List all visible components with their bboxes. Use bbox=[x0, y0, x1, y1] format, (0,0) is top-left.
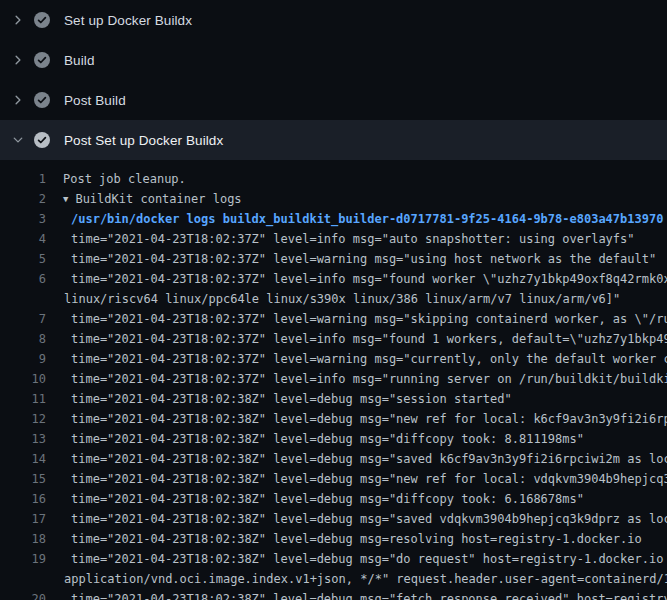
log-line-number[interactable]: 14 bbox=[0, 449, 46, 469]
log-command-text[interactable]: /usr/bin/docker logs buildx_buildkit_bui… bbox=[71, 209, 663, 229]
log-text: application/vnd.oci.image.index.v1+json,… bbox=[64, 569, 667, 589]
log-line: 14time="2021-04-23T18:02:38Z" level=debu… bbox=[0, 449, 667, 469]
log-line-continuation: linux/riscv64 linux/ppc64le linux/s390x … bbox=[0, 289, 667, 309]
chevron-right-icon[interactable] bbox=[12, 14, 24, 26]
log-text: time="2021-04-23T18:02:37Z" level=info m… bbox=[71, 269, 667, 289]
log-text: time="2021-04-23T18:02:37Z" level=warnin… bbox=[71, 249, 656, 269]
log-line-number[interactable]: 11 bbox=[0, 389, 46, 409]
check-circle-icon bbox=[34, 52, 50, 68]
log-line: 6time="2021-04-23T18:02:37Z" level=info … bbox=[0, 269, 667, 289]
log-line-number[interactable]: 9 bbox=[0, 349, 46, 369]
log-text: Post job cleanup. bbox=[63, 169, 186, 189]
log-line-number[interactable]: 18 bbox=[0, 529, 46, 549]
log-line: 4time="2021-04-23T18:02:37Z" level=info … bbox=[0, 229, 667, 249]
log-text: time="2021-04-23T18:02:38Z" level=debug … bbox=[71, 469, 667, 489]
log-text: ▼BuildKit container logs bbox=[63, 189, 242, 209]
log-text: time="2021-04-23T18:02:38Z" level=debug … bbox=[71, 429, 584, 449]
log-line-number bbox=[0, 289, 46, 309]
log-line: 20time="2021-04-23T18:02:38Z" level=debu… bbox=[0, 589, 667, 600]
log-line: 12time="2021-04-23T18:02:38Z" level=debu… bbox=[0, 409, 667, 429]
log-text: time="2021-04-23T18:02:37Z" level=warnin… bbox=[71, 309, 667, 329]
log-line: 15time="2021-04-23T18:02:38Z" level=debu… bbox=[0, 469, 667, 489]
check-circle-icon bbox=[34, 12, 50, 28]
log-line-number[interactable]: 1 bbox=[0, 169, 46, 189]
log-line-number[interactable]: 5 bbox=[0, 249, 46, 269]
check-circle-icon bbox=[34, 92, 50, 108]
chevron-right-icon[interactable] bbox=[12, 54, 24, 66]
log-text: time="2021-04-23T18:02:38Z" level=debug … bbox=[71, 589, 667, 600]
log-line-continuation: application/vnd.oci.image.index.v1+json,… bbox=[0, 569, 667, 589]
log-line-number[interactable]: 16 bbox=[0, 489, 46, 509]
log-line-number[interactable]: 19 bbox=[0, 549, 46, 569]
log-text: time="2021-04-23T18:02:37Z" level=info m… bbox=[71, 329, 667, 349]
log-group-title[interactable]: BuildKit container logs bbox=[75, 192, 241, 206]
step-title: Build bbox=[64, 53, 95, 68]
log-text: time="2021-04-23T18:02:38Z" level=debug … bbox=[71, 489, 584, 509]
log-line-number[interactable]: 10 bbox=[0, 369, 46, 389]
log-text: time="2021-04-23T18:02:38Z" level=debug … bbox=[71, 409, 667, 429]
collapse-triangle-icon[interactable]: ▼ bbox=[63, 189, 68, 209]
log-line-number[interactable]: 3 bbox=[0, 209, 46, 229]
log-line: 19time="2021-04-23T18:02:38Z" level=debu… bbox=[0, 549, 667, 569]
log-line: 18time="2021-04-23T18:02:38Z" level=debu… bbox=[0, 529, 667, 549]
step-title: Post Set up Docker Buildx bbox=[64, 133, 223, 148]
log-line: 17time="2021-04-23T18:02:38Z" level=debu… bbox=[0, 509, 667, 529]
log-line-number[interactable]: 4 bbox=[0, 229, 46, 249]
log-text: time="2021-04-23T18:02:38Z" level=debug … bbox=[71, 389, 512, 409]
log-line: 11time="2021-04-23T18:02:38Z" level=debu… bbox=[0, 389, 667, 409]
log-line-number[interactable]: 7 bbox=[0, 309, 46, 329]
actions-log-viewer: Set up Docker BuildxBuildPost BuildPost … bbox=[0, 0, 667, 600]
log-line: 5time="2021-04-23T18:02:37Z" level=warni… bbox=[0, 249, 667, 269]
chevron-right-icon[interactable] bbox=[12, 94, 24, 106]
log-line-number[interactable]: 15 bbox=[0, 469, 46, 489]
log-text: time="2021-04-23T18:02:37Z" level=warnin… bbox=[71, 349, 667, 369]
log-line-number[interactable]: 17 bbox=[0, 509, 46, 529]
log-line-number[interactable]: 2 bbox=[0, 189, 46, 209]
step-row-post-set-up-docker-buildx[interactable]: Post Set up Docker Buildx bbox=[0, 120, 667, 160]
chevron-down-icon[interactable] bbox=[12, 134, 24, 146]
log-area: 1Post job cleanup.2▼BuildKit container l… bbox=[0, 160, 667, 600]
log-text: time="2021-04-23T18:02:38Z" level=debug … bbox=[71, 549, 667, 569]
log-text: time="2021-04-23T18:02:37Z" level=info m… bbox=[71, 229, 635, 249]
step-list: Set up Docker BuildxBuildPost BuildPost … bbox=[0, 0, 667, 160]
log-line-number[interactable]: 13 bbox=[0, 429, 46, 449]
log-line: 1Post job cleanup. bbox=[0, 169, 667, 189]
log-line: 10time="2021-04-23T18:02:37Z" level=info… bbox=[0, 369, 667, 389]
log-text: linux/riscv64 linux/ppc64le linux/s390x … bbox=[64, 289, 620, 309]
log-line: 13time="2021-04-23T18:02:38Z" level=debu… bbox=[0, 429, 667, 449]
log-line: 2▼BuildKit container logs bbox=[0, 189, 667, 209]
log-text: time="2021-04-23T18:02:38Z" level=debug … bbox=[71, 529, 642, 549]
log-line: 16time="2021-04-23T18:02:38Z" level=debu… bbox=[0, 489, 667, 509]
log-line-number[interactable]: 20 bbox=[0, 589, 46, 600]
log-line-number[interactable]: 6 bbox=[0, 269, 46, 289]
step-row-build[interactable]: Build bbox=[0, 40, 667, 80]
step-title: Set up Docker Buildx bbox=[64, 13, 192, 28]
check-circle-icon bbox=[34, 132, 50, 148]
log-line: 9time="2021-04-23T18:02:37Z" level=warni… bbox=[0, 349, 667, 369]
log-line: 8time="2021-04-23T18:02:37Z" level=info … bbox=[0, 329, 667, 349]
log-line-number[interactable]: 12 bbox=[0, 409, 46, 429]
step-title: Post Build bbox=[64, 93, 126, 108]
log-line: 3/usr/bin/docker logs buildx_buildkit_bu… bbox=[0, 209, 667, 229]
log-line-number bbox=[0, 569, 46, 589]
log-line-number[interactable]: 8 bbox=[0, 329, 46, 349]
log-line: 7time="2021-04-23T18:02:37Z" level=warni… bbox=[0, 309, 667, 329]
log-text: time="2021-04-23T18:02:38Z" level=debug … bbox=[71, 509, 667, 529]
step-row-post-build[interactable]: Post Build bbox=[0, 80, 667, 120]
log-text: time="2021-04-23T18:02:37Z" level=info m… bbox=[71, 369, 667, 389]
log-text: time="2021-04-23T18:02:38Z" level=debug … bbox=[71, 449, 667, 469]
step-row-set-up-docker-buildx[interactable]: Set up Docker Buildx bbox=[0, 0, 667, 40]
